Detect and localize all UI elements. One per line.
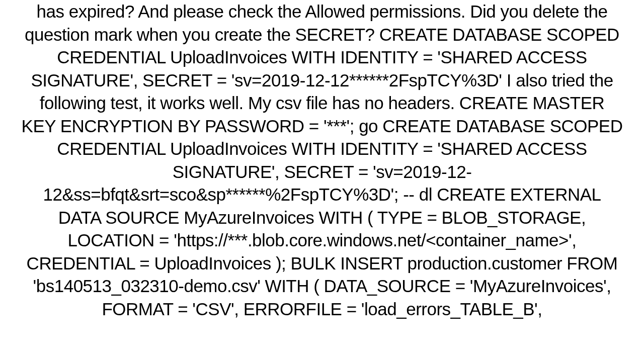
body-text: has expired? And please check the Allowe… bbox=[22, 2, 623, 319]
document-body: has expired? And please check the Allowe… bbox=[10, 0, 634, 320]
